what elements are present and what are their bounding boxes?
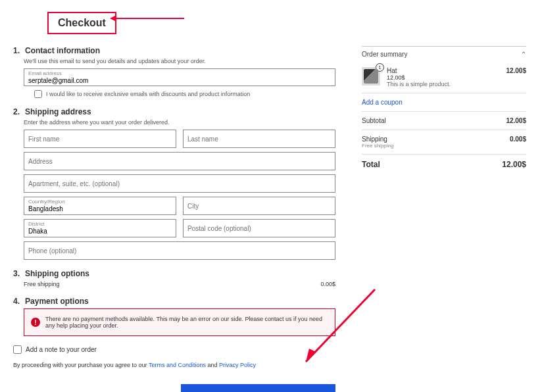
summary-ship-sub: Free shipping [362,143,393,149]
section-heading-shipping: Shipping address [13,107,335,116]
summary-header[interactable]: Order summary ⌃ [362,46,526,62]
subtotal-value: 12.00$ [506,117,526,124]
total-value: 12.00$ [502,160,526,169]
postal-field[interactable] [183,219,335,237]
add-coupon-link[interactable]: Add a coupon [362,93,526,112]
summary-ship-value: 0.00$ [510,135,526,149]
address-field[interactable] [24,152,335,170]
product-line-total: 12.00$ [506,67,526,87]
district-field[interactable]: District [24,219,176,237]
apt-field[interactable] [24,174,335,193]
payment-error-text: There are no payment methods available. … [45,316,328,329]
error-icon: ! [31,318,40,327]
summary-ship-label: Shipping [362,135,393,143]
first-name-field[interactable] [24,130,176,148]
summary-product-row: 1 Hat 12.00$ This is a simple product. 1… [362,62,526,93]
qty-badge: 1 [376,63,384,72]
section-heading-contact: Contact information [13,46,335,55]
product-thumbnail: 1 [362,67,380,86]
address-input[interactable] [28,158,331,165]
city-input[interactable] [187,203,331,210]
phone-field[interactable] [24,241,335,260]
note-checkbox[interactable] [13,345,22,354]
total-label: Total [362,160,380,169]
terms-link[interactable]: Terms and Conditions [149,362,206,368]
terms-text: By proceeding with your purchase you agr… [13,362,335,368]
section-heading-payment: Payment options [13,297,335,306]
last-name-input[interactable] [187,135,331,143]
section-heading-ship-opts: Shipping options [13,269,335,278]
newsletter-label: I would like to receive exclusive emails… [46,91,250,97]
postal-input[interactable] [187,225,331,232]
chevron-up-icon: ⌃ [521,51,526,58]
ship-cost: 0.00$ [320,281,335,287]
country-field[interactable]: Country/Region [24,197,176,215]
district-label: District [28,222,172,227]
privacy-link[interactable]: Privacy Policy [219,362,256,368]
country-input[interactable] [28,205,172,212]
email-input[interactable] [28,77,331,84]
summary-title: Order summary [362,51,407,58]
newsletter-checkbox[interactable] [34,90,42,98]
email-field[interactable]: Email address [24,68,335,86]
city-field[interactable] [183,197,335,215]
contact-desc: We'll use this email to send you details… [24,58,335,64]
first-name-input[interactable] [28,135,172,143]
apt-input[interactable] [28,180,331,187]
annotation-arrow-title [112,18,184,19]
district-input[interactable] [28,228,172,235]
last-name-field[interactable] [183,130,335,148]
product-name: Hat [387,67,499,74]
phone-input[interactable] [28,247,331,255]
payment-error-alert: ! There are no payment methods available… [24,308,335,336]
country-label: Country/Region [28,199,172,205]
place-order-button[interactable]: Place Order [181,384,335,392]
product-price-line: 12.00$ [387,74,499,81]
note-label: Add a note to your order [26,346,97,353]
shipping-desc: Enter the address where you want your or… [24,119,335,126]
email-label: Email address [28,71,331,76]
ship-method: Free shipping [24,281,60,287]
subtotal-label: Subtotal [362,117,386,124]
product-desc: This is a simple product. [387,81,499,87]
